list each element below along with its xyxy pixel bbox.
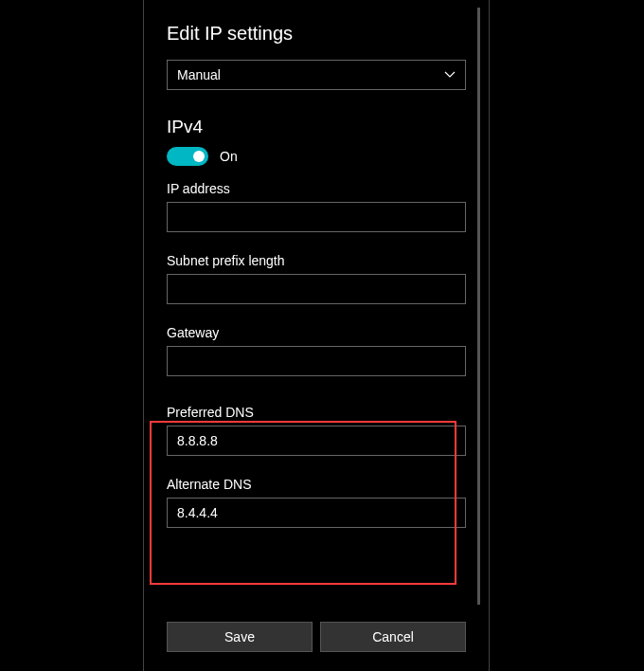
ipv4-heading: IPv4 (167, 117, 466, 137)
gateway-label: Gateway (167, 325, 466, 340)
alternate-dns-label: Alternate DNS (167, 477, 466, 492)
ipv4-toggle-label: On (220, 149, 238, 164)
ip-mode-select[interactable]: Manual (167, 60, 466, 90)
dialog-title: Edit IP settings (167, 23, 466, 45)
subnet-input[interactable] (167, 274, 466, 304)
alternate-dns-input[interactable] (167, 498, 466, 528)
cancel-button[interactable]: Cancel (320, 622, 466, 652)
chevron-down-icon (444, 69, 456, 81)
scrollbar[interactable] (477, 8, 480, 605)
panel-content: Edit IP settings Manual IPv4 On IP addre… (144, 0, 489, 549)
subnet-label: Subnet prefix length (167, 253, 466, 268)
dns-section: Preferred DNS Alternate DNS (167, 397, 466, 549)
ip-address-label: IP address (167, 181, 466, 196)
ipv4-toggle[interactable] (167, 147, 208, 166)
ip-mode-selected: Manual (177, 67, 221, 82)
preferred-dns-label: Preferred DNS (167, 405, 466, 420)
preferred-dns-input[interactable] (167, 426, 466, 456)
dialog-footer: Save Cancel (167, 622, 466, 652)
save-button[interactable]: Save (167, 622, 313, 652)
ipv4-toggle-row: On (167, 147, 466, 166)
ip-address-input[interactable] (167, 202, 466, 232)
gateway-input[interactable] (167, 346, 466, 376)
settings-panel: Edit IP settings Manual IPv4 On IP addre… (143, 0, 490, 671)
toggle-knob (193, 151, 205, 162)
